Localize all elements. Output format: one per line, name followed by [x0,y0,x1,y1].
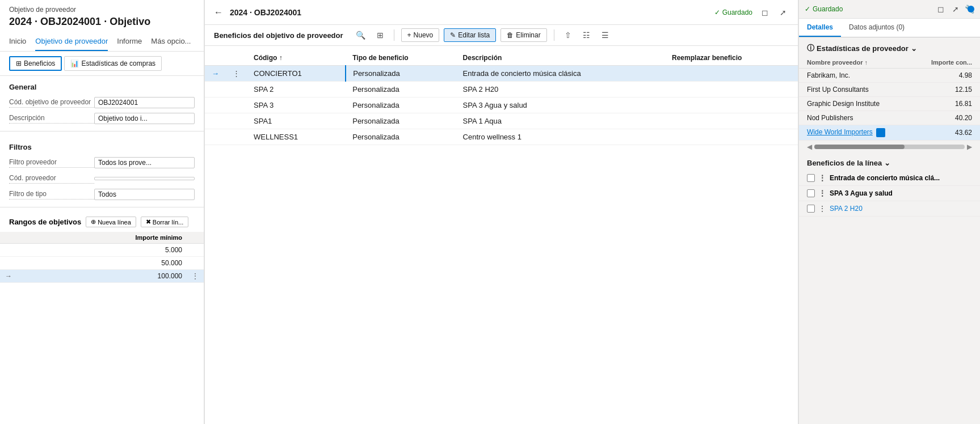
row-reemplazar[interactable] [665,82,798,97]
stats-value: 16.81 [912,97,980,111]
table-row[interactable]: → ⋮ CONCIERTO1 Personalizada Entrada de … [205,66,798,82]
row-code[interactable]: CONCIERTO1 [247,66,346,82]
row-dots[interactable]: ⋮ [226,66,247,82]
row-tipo[interactable]: Personalizada [346,97,456,113]
share-icon[interactable]: ⇧ [561,29,575,41]
columns-icon[interactable]: ☰ [598,29,612,41]
row-descripcion[interactable]: SPA 3 Agua y salud [456,97,665,113]
search-icon[interactable]: 🔍 [352,29,369,41]
borrar-linea-button[interactable]: ✖ Borrar lín... [141,217,188,227]
benefits-section-title[interactable]: Beneficios de la línea ⌄ [799,153,980,171]
scrollbar-track[interactable] [814,145,965,149]
row-descripcion[interactable]: Centro wellness 1 [456,129,665,145]
benefit-item[interactable]: ⋮ SPA 2 H20 [799,201,980,217]
benefit-checkbox[interactable] [807,205,815,213]
delete-line-icon: ✖ [146,218,151,226]
row-tipo[interactable]: Personalizada [346,66,456,82]
fullscreen-icon[interactable]: ➚ [777,7,789,18]
rangos-row-1: 50.000 [0,257,204,270]
benefit-item[interactable]: ⋮ SPA 3 Agua y salud [799,186,980,201]
filtro-proveedor-value[interactable]: Todos los prove... [94,157,195,168]
col-codigo-header[interactable]: Código ↑ [247,50,346,66]
benefit-dots[interactable]: ⋮ [818,189,826,198]
row-code[interactable]: SPA 3 [247,97,346,113]
stats-name: First Up Consultants [799,83,912,97]
right-header: ✓ Guardado ◻ ➚ 🔧 [799,0,980,19]
scrollbar-thumb [814,145,905,149]
row-dots[interactable] [226,97,247,113]
expand-icon[interactable]: ◻ [759,7,771,18]
editar-lista-button[interactable]: ✎ Editar lista [444,28,496,42]
row-descripcion[interactable]: SPA 2 H20 [456,82,665,97]
nav-inicio[interactable]: Inicio [9,32,26,51]
cod-objetivo-value[interactable]: OBJ2024001 [94,97,195,108]
nueva-linea-button[interactable]: ⊕ Nueva línea [86,217,136,227]
beneficios-button[interactable]: ⊞ Beneficios [9,56,62,71]
benefit-checkbox[interactable] [807,174,815,182]
nuevo-button[interactable]: + Nuevo [401,28,440,42]
row-reemplazar[interactable] [665,97,798,113]
nav-more[interactable]: Más opcio... [151,32,191,51]
table-row[interactable]: SPA1 Personalizada SPA 1 Aqua [205,113,798,129]
grid-icon[interactable]: ⊞ [373,29,387,41]
add-line-icon: ⊕ [91,218,96,226]
scroll-left-icon[interactable]: ◀ [807,143,812,151]
col-reemplazar-header[interactable]: Reemplazar beneficio [665,50,798,66]
stats-name[interactable]: Wide World Importers [799,125,912,141]
tab-detalles[interactable]: Detalles [799,19,841,37]
benefit-checkbox[interactable] [807,189,815,197]
stats-section-title[interactable]: ⓘ Estadísticas de proveedor ⌄ [799,37,980,57]
table-row[interactable]: WELLNESS1 Personalizada Centro wellness … [205,129,798,145]
right-fullscreen-icon[interactable]: ➚ [950,3,961,15]
stats-scrollbar[interactable]: ◀ ▶ [799,141,980,153]
right-expand-icon[interactable]: ◻ [935,3,947,15]
table-row[interactable]: SPA 2 Personalizada SPA 2 H20 [205,82,798,97]
row-code[interactable]: WELLNESS1 [247,129,346,145]
eliminar-button[interactable]: 🗑 Eliminar [500,28,546,42]
filter-icon[interactable]: ☷ [579,29,594,41]
col-arrow-header [205,50,226,66]
field-descripcion: Descripción Objetivo todo i... [0,111,204,126]
col-descripcion-header[interactable]: Descripción [456,50,665,66]
filtro-tipo-value[interactable]: Todos [94,189,195,200]
tab-datos-adjuntos[interactable]: Datos adjuntos (0) [841,19,912,37]
right-saved: ✓ Guardado [805,5,843,13]
scroll-right-icon[interactable]: ▶ [967,143,972,151]
row-tipo[interactable]: Personalizada [346,113,456,129]
table-row[interactable]: SPA 3 Personalizada SPA 3 Agua y salud [205,97,798,113]
row-reemplazar[interactable] [665,66,798,82]
row-descripcion[interactable]: SPA 1 Aqua [456,113,665,129]
page-label: Objetivo de proveedor [0,0,204,15]
row-dots[interactable] [226,129,247,145]
col-tipo-header[interactable]: Tipo de beneficio [346,50,456,66]
descripcion-value[interactable]: Objetivo todo i... [94,113,195,124]
row-reemplazar[interactable] [665,129,798,145]
rangos-header: Rangos de objetivos ⊕ Nueva línea ✖ Borr… [0,212,204,232]
row-tipo[interactable]: Personalizada [346,129,456,145]
stats-row: Graphic Design Institute 16.81 [799,97,980,111]
cod-proveedor-label: Cód. proveedor [9,174,94,184]
benefit-dots[interactable]: ⋮ [818,173,826,183]
back-button[interactable]: ← [214,7,223,18]
nav-informe[interactable]: Informe [117,32,142,51]
benefit-item[interactable]: ⋮ Entrada de concierto música clá... [799,171,980,186]
stats-value: 12.15 [912,83,980,97]
page-title: 2024 · OBJ2024001 · Objetivo [0,15,204,32]
row-dots[interactable] [226,82,247,97]
estadisticas-button[interactable]: 📊 Estadísticas de compras [64,56,162,71]
row-dots[interactable] [226,113,247,129]
beneficios-label: Beneficios [24,60,55,67]
row-code[interactable]: SPA 2 [247,82,346,97]
row-code[interactable]: SPA1 [247,113,346,129]
benefit-dots[interactable]: ⋮ [818,204,826,213]
stats-name: Nod Publishers [799,111,912,125]
row-tipo[interactable]: Personalizada [346,82,456,97]
stats-name-header: Nombre proveedor ↑ [799,57,912,69]
nav-objetivo[interactable]: Objetivo de proveedor [35,32,108,51]
cod-proveedor-value[interactable] [94,177,195,180]
cod-objetivo-label: Cód. objetivo de proveedor [9,98,94,108]
modal-toolbar: Beneficios del objetivo de proveedor 🔍 ⊞… [205,25,798,46]
row-descripcion[interactable]: Entrada de concierto música clásica [456,66,665,82]
row-reemplazar[interactable] [665,113,798,129]
modal-title: 2024 · OBJ2024001 [230,8,708,17]
